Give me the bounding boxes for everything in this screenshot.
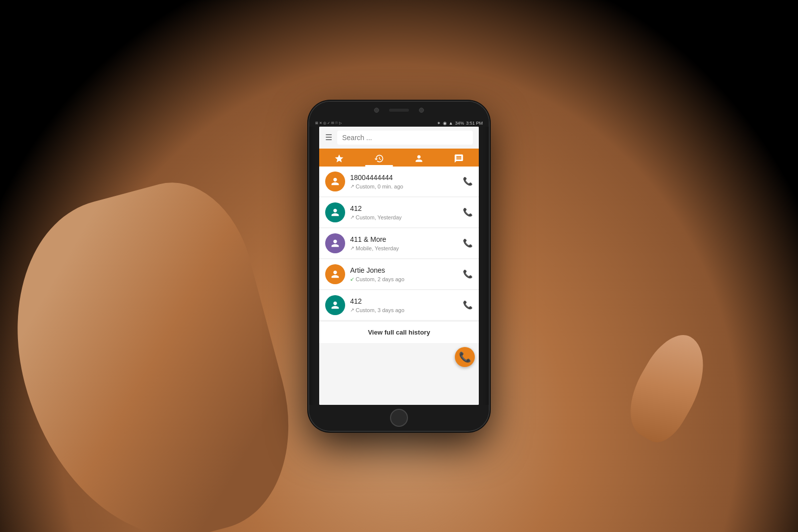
call-button[interactable]: 📞 [463,238,473,248]
caller-name: 18004444444 [350,173,458,182]
fab-area: 📞 [319,343,479,371]
call-item[interactable]: 412 ↗ Custom, 3 days ago 📞 [319,290,479,321]
incoming-arrow: ↙ [350,276,354,282]
outgoing-arrow: ↗ [350,183,354,189]
call-item[interactable]: 412 ↗ Custom, Yesterday 📞 [319,197,479,228]
call-meta: Custom, 2 days ago [356,276,404,282]
contacts-icon [414,154,424,164]
avatar [325,295,345,315]
call-meta: Custom, Yesterday [356,214,401,220]
call-item[interactable]: 18004444444 ↗ Custom, 0 min. ago 📞 [319,167,479,197]
avatar [325,172,345,191]
outgoing-arrow: ↗ [350,214,354,220]
bluetooth-icon: ✶ [437,121,441,126]
earpiece-speaker [389,109,409,112]
phone-screen: ☰ [319,127,479,405]
person-icon [330,238,341,249]
phone-top-bezel [309,102,489,120]
outgoing-arrow: ↗ [350,307,354,313]
avatar [325,233,345,253]
caller-name: 411 & More [350,235,458,244]
call-detail: ↙ Custom, 2 days ago [350,276,458,282]
hamburger-menu-icon[interactable]: ☰ [325,133,332,142]
caller-name: 412 [350,297,458,306]
caller-name: Artie Jones [350,266,458,275]
call-detail: ↗ Custom, Yesterday [350,214,458,220]
person-icon [330,269,341,280]
notification-icons: ⊠ ✕ ◎ ✓ ✉ ⚐ ▷ [315,121,342,125]
time-display: 3:51 PM [466,121,483,126]
call-meta: Custom, 3 days ago [356,307,404,313]
home-button[interactable] [390,409,408,427]
avatar [325,264,345,284]
status-icons-right: ✶ ◉ ▲ 34% 3:51 PM [437,121,483,126]
call-info: Artie Jones ↙ Custom, 2 days ago [350,266,458,282]
call-meta: Custom, 0 min. ago [356,183,403,189]
call-button[interactable]: 📞 [463,177,473,186]
call-info: 412 ↗ Custom, 3 days ago [350,297,458,313]
app-topbar: ☰ [319,127,479,149]
front-camera [374,108,379,113]
call-detail: ↗ Custom, 0 min. ago [350,183,458,189]
person-icon [330,207,341,218]
history-icon [374,154,384,164]
person-icon [330,176,341,187]
call-meta: Mobile, Yesterday [356,245,399,251]
tab-recents[interactable] [359,149,399,167]
call-info: 18004444444 ↗ Custom, 0 min. ago [350,173,458,189]
wifi-icon: ◉ [443,121,447,126]
status-icons-left: ⊠ ✕ ◎ ✓ ✉ ⚐ ▷ [315,121,342,125]
outgoing-arrow: ↗ [350,245,354,251]
caller-name: 412 [350,204,458,213]
call-button[interactable]: 📞 [463,207,473,217]
tab-contacts[interactable] [399,149,439,167]
fab-button[interactable]: 📞 [455,347,475,367]
call-info: 411 & More ↗ Mobile, Yesterday [350,235,458,251]
phone-bottom-bezel [309,405,489,431]
call-info: 412 ↗ Custom, Yesterday [350,204,458,220]
phone-shell: ⊠ ✕ ◎ ✓ ✉ ⚐ ▷ ✶ ◉ ▲ 34% 3:51 PM ☰ [309,102,489,431]
view-full-history-button[interactable]: View full call history [319,321,479,343]
search-input[interactable] [337,131,473,145]
signal-icon: ▲ [449,121,453,126]
tab-messages[interactable] [439,149,479,167]
avatar [325,202,345,222]
status-bar: ⊠ ✕ ◎ ✓ ✉ ⚐ ▷ ✶ ◉ ▲ 34% 3:51 PM [309,120,489,127]
call-list: 18004444444 ↗ Custom, 0 min. ago 📞 412 [319,167,479,405]
battery-level: 34% [455,121,464,126]
message-icon [454,154,464,164]
call-button[interactable]: 📞 [463,300,473,310]
call-item[interactable]: Artie Jones ↙ Custom, 2 days ago 📞 [319,259,479,290]
call-button[interactable]: 📞 [463,269,473,279]
call-detail: ↗ Mobile, Yesterday [350,245,458,251]
call-item[interactable]: 411 & More ↗ Mobile, Yesterday 📞 [319,228,479,259]
navigation-tabs [319,149,479,167]
person-icon [330,300,341,311]
star-icon [334,154,344,164]
camera-area [374,108,424,113]
call-detail: ↗ Custom, 3 days ago [350,307,458,313]
sensor [419,108,424,113]
tab-favorites[interactable] [319,149,359,167]
